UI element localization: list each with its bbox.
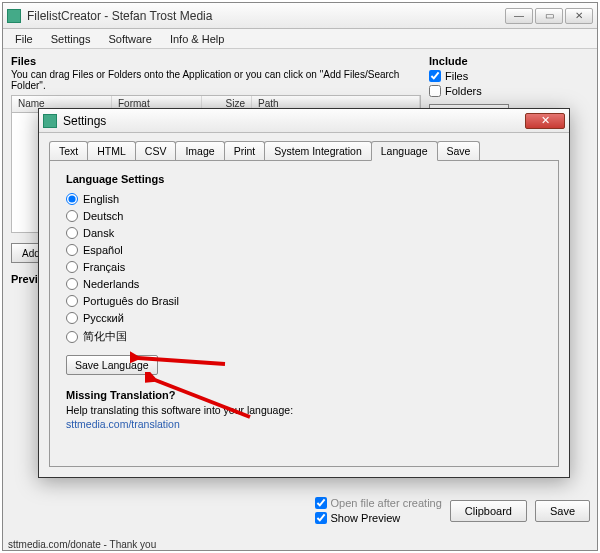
files-title: Files — [11, 55, 421, 67]
language-label: English — [83, 193, 119, 205]
save-button[interactable]: Save — [535, 500, 590, 522]
tab-language[interactable]: Language — [371, 141, 438, 161]
language-label: Français — [83, 261, 125, 273]
language-heading: Language Settings — [66, 173, 542, 185]
language-label: Português do Brasil — [83, 295, 179, 307]
language-option[interactable]: 简化中国 — [66, 329, 542, 344]
language-option[interactable]: Español — [66, 244, 542, 256]
show-preview-checkbox[interactable] — [315, 512, 327, 524]
footer-text: sttmedia.com/donate - Thank you — [8, 539, 156, 550]
show-preview-label: Show Preview — [331, 512, 401, 524]
language-option[interactable]: English — [66, 193, 542, 205]
menu-info-help[interactable]: Info & Help — [162, 31, 232, 47]
main-titlebar: FilelistCreator - Stefan Trost Media — ▭… — [3, 3, 597, 29]
language-radio[interactable] — [66, 278, 78, 290]
language-label: 简化中国 — [83, 329, 127, 344]
language-radio[interactable] — [66, 244, 78, 256]
tab-print[interactable]: Print — [224, 141, 266, 160]
close-button[interactable]: ✕ — [565, 8, 593, 24]
dialog-title: Settings — [63, 114, 525, 128]
language-option[interactable]: Русский — [66, 312, 542, 324]
include-files-label: Files — [445, 70, 468, 82]
language-label: Русский — [83, 312, 124, 324]
language-option[interactable]: Português do Brasil — [66, 295, 542, 307]
language-radio[interactable] — [66, 210, 78, 222]
menu-file[interactable]: File — [7, 31, 41, 47]
include-files-checkbox[interactable] — [429, 70, 441, 82]
app-icon — [7, 9, 21, 23]
tab-pane-language: Language Settings EnglishDeutschDanskEsp… — [49, 160, 559, 467]
language-label: Nederlands — [83, 278, 139, 290]
tab-system-integration[interactable]: System Integration — [264, 141, 372, 160]
language-option[interactable]: Deutsch — [66, 210, 542, 222]
tab-text[interactable]: Text — [49, 141, 88, 160]
language-radio[interactable] — [66, 261, 78, 273]
tab-save[interactable]: Save — [437, 141, 481, 160]
language-radio[interactable] — [66, 295, 78, 307]
include-title: Include — [429, 55, 589, 67]
language-label: Dansk — [83, 227, 114, 239]
language-radio[interactable] — [66, 227, 78, 239]
tab-image[interactable]: Image — [175, 141, 224, 160]
minimize-button[interactable]: — — [505, 8, 533, 24]
tab-html[interactable]: HTML — [87, 141, 136, 160]
dialog-icon — [43, 114, 57, 128]
language-option[interactable]: Français — [66, 261, 542, 273]
missing-translation-link[interactable]: sttmedia.com/translation — [66, 418, 542, 430]
language-option[interactable]: Dansk — [66, 227, 542, 239]
open-after-checkbox[interactable] — [315, 497, 327, 509]
settings-dialog: Settings ✕ TextHTMLCSVImagePrintSystem I… — [38, 108, 570, 478]
include-folders-label: Folders — [445, 85, 482, 97]
dialog-titlebar: Settings ✕ — [39, 109, 569, 133]
files-help: You can drag Files or Folders onto the A… — [11, 69, 421, 91]
language-radio[interactable] — [66, 331, 78, 343]
maximize-button[interactable]: ▭ — [535, 8, 563, 24]
open-after-label: Open file after creating — [331, 497, 442, 509]
language-label: Español — [83, 244, 123, 256]
language-option[interactable]: Nederlands — [66, 278, 542, 290]
menu-software[interactable]: Software — [100, 31, 159, 47]
missing-translation-text: Help translating this software into your… — [66, 404, 542, 416]
missing-translation-title: Missing Translation? — [66, 389, 542, 401]
language-radio[interactable] — [66, 193, 78, 205]
menubar: File Settings Software Info & Help — [3, 29, 597, 49]
save-language-button[interactable]: Save Language — [66, 355, 158, 375]
language-label: Deutsch — [83, 210, 123, 222]
include-folders-checkbox[interactable] — [429, 85, 441, 97]
language-radio[interactable] — [66, 312, 78, 324]
clipboard-button[interactable]: Clipboard — [450, 500, 527, 522]
tab-bar: TextHTMLCSVImagePrintSystem IntegrationL… — [39, 133, 569, 160]
tab-csv[interactable]: CSV — [135, 141, 177, 160]
dialog-close-button[interactable]: ✕ — [525, 113, 565, 129]
menu-settings[interactable]: Settings — [43, 31, 99, 47]
main-title: FilelistCreator - Stefan Trost Media — [27, 9, 505, 23]
